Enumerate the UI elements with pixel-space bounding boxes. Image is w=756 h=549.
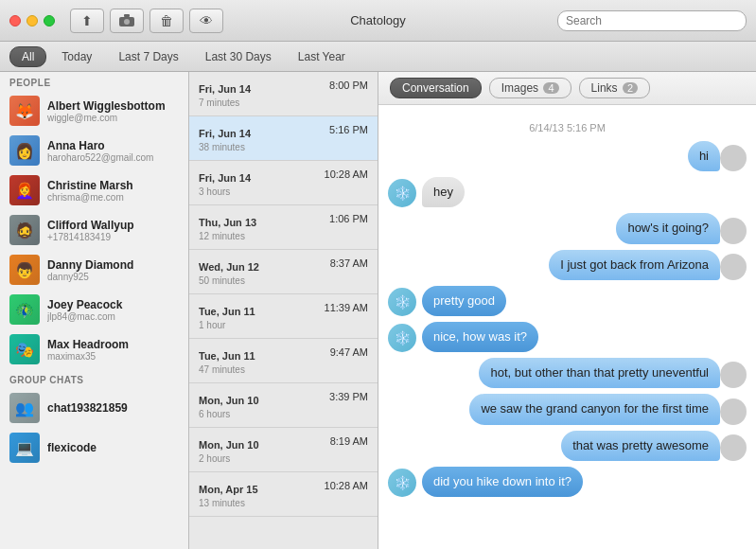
links-count: 2 bbox=[623, 82, 638, 94]
eye-button[interactable]: 👁 bbox=[189, 9, 223, 33]
bubble-hig: how's it going? bbox=[616, 213, 720, 243]
camera-icon bbox=[119, 14, 134, 27]
filter-all[interactable]: All bbox=[9, 46, 46, 67]
minimize-button[interactable] bbox=[26, 15, 38, 27]
conversation-tab[interactable]: Conversation bbox=[390, 78, 482, 98]
conversation-panel: Conversation Images 4 Links 2 6/14/13 5:… bbox=[378, 72, 756, 549]
conv-item-4[interactable]: Wed, Jun 12 8:37 AM 50 minutes bbox=[189, 250, 378, 294]
conv-date-2: Fri, Jun 14 bbox=[199, 172, 251, 184]
sidebar: PEOPLE 🦊 Albert Wigglesbottom wiggle@me.… bbox=[0, 72, 189, 549]
maximize-button[interactable] bbox=[44, 15, 55, 27]
bubble-hi: hi bbox=[688, 141, 720, 171]
message-row-prettygood: ❄️ pretty good bbox=[388, 286, 747, 316]
conv-time-9: 10:28 AM bbox=[325, 480, 368, 491]
conv-date-6: Tue, Jun 11 bbox=[199, 350, 255, 362]
avatar-placeholder-arizona bbox=[720, 254, 747, 280]
message-row-hike: ❄️ did you hike down into it? bbox=[388, 467, 747, 497]
contact-name-christine: Christine Marsh bbox=[47, 179, 179, 192]
conv-time-1: 5:16 PM bbox=[329, 124, 368, 135]
contact-name-danny: Danny Diamond bbox=[47, 258, 179, 272]
conv-item-5[interactable]: Tue, Jun 11 11:39 AM 1 hour bbox=[189, 294, 378, 339]
search-bar bbox=[557, 10, 747, 31]
conv-time-8: 8:19 AM bbox=[330, 435, 368, 447]
search-input[interactable] bbox=[557, 10, 747, 31]
filterbar: All Today Last 7 Days Last 30 Days Last … bbox=[0, 42, 756, 72]
conv-date-1: Fri, Jun 14 bbox=[199, 128, 251, 139]
conversation-header: Conversation Images 4 Links 2 bbox=[378, 72, 756, 105]
conv-item-8[interactable]: Mon, Jun 10 8:19 AM 2 hours bbox=[189, 428, 378, 472]
conv-date-5: Tue, Jun 11 bbox=[199, 306, 255, 317]
contact-name-albert: Albert Wigglesbottom bbox=[47, 99, 179, 113]
contact-albert[interactable]: 🦊 Albert Wigglesbottom wiggle@me.com bbox=[0, 91, 188, 131]
avatar-incoming-pg: ❄️ bbox=[388, 288, 416, 316]
filter-last30[interactable]: Last 30 Days bbox=[194, 47, 283, 66]
conv-duration-8: 2 hours bbox=[199, 453, 368, 464]
filter-lastyear[interactable]: Last Year bbox=[287, 47, 357, 66]
messages-area: 6/14/13 5:16 PM hi ❄️ hey how's it going… bbox=[378, 105, 756, 549]
conv-item-3[interactable]: Thu, Jun 13 1:06 PM 12 minutes bbox=[189, 205, 378, 250]
avatar-placeholder-awesome bbox=[720, 434, 747, 461]
avatar-placeholder-hot bbox=[720, 362, 747, 388]
conv-duration-3: 12 minutes bbox=[199, 231, 368, 241]
contact-christine[interactable]: 👩‍🦰 Christine Marsh chrisma@me.com bbox=[0, 170, 188, 210]
conv-time-4: 8:37 AM bbox=[330, 257, 368, 269]
share-button[interactable]: ⬆ bbox=[70, 9, 104, 33]
conv-duration-0: 7 minutes bbox=[199, 97, 368, 108]
avatar-group2: 💻 bbox=[9, 433, 40, 463]
contact-danny[interactable]: 👦 Danny Diamond danny925 bbox=[0, 250, 188, 290]
filter-last7[interactable]: Last 7 Days bbox=[107, 47, 189, 66]
conv-date-3: Thu, Jun 13 bbox=[199, 217, 256, 228]
close-button[interactable] bbox=[9, 15, 21, 27]
message-row-arizona: I just got back from Arizona bbox=[388, 250, 747, 280]
avatar-christine: 👩‍🦰 bbox=[9, 175, 40, 205]
conv-time-0: 8:00 PM bbox=[329, 80, 368, 91]
conv-item-6[interactable]: Tue, Jun 11 9:47 AM 47 minutes bbox=[189, 339, 378, 383]
contact-name-max: Max Headroom bbox=[47, 338, 179, 351]
conversation-list: Fri, Jun 14 8:00 PM 7 minutes Fri, Jun 1… bbox=[189, 72, 378, 549]
avatar-incoming-nh: ❄️ bbox=[388, 324, 416, 352]
message-row-hi: hi bbox=[388, 141, 747, 171]
bubble-grandcanyon: we saw the grand canyon for the first ti… bbox=[469, 394, 720, 424]
conv-item-0[interactable]: Fri, Jun 14 8:00 PM 7 minutes bbox=[189, 72, 378, 116]
bubble-hey: hey bbox=[422, 177, 465, 207]
contact-sub-joey: jlp84@mac.com bbox=[47, 311, 179, 322]
app-title: Chatology bbox=[350, 13, 406, 27]
filter-today[interactable]: Today bbox=[50, 47, 103, 66]
group-chat1[interactable]: 👥 chat193821859 bbox=[0, 388, 188, 428]
links-tab[interactable]: Links 2 bbox=[579, 78, 650, 98]
conv-date-4: Wed, Jun 12 bbox=[199, 261, 259, 273]
avatar-incoming-hey: ❄️ bbox=[388, 179, 416, 207]
message-row-awesome: that was pretty awesome bbox=[388, 431, 747, 461]
contact-sub-max: maximax35 bbox=[47, 351, 179, 362]
traffic-lights bbox=[9, 15, 55, 27]
conv-item-1[interactable]: Fri, Jun 14 5:16 PM 38 minutes bbox=[189, 116, 378, 161]
trash-button[interactable]: 🗑 bbox=[149, 9, 184, 33]
conv-item-7[interactable]: Mon, Jun 10 3:39 PM 6 hours bbox=[189, 383, 378, 428]
group-name-1: chat193821859 bbox=[47, 401, 179, 415]
conv-duration-6: 47 minutes bbox=[199, 364, 368, 375]
camera-button[interactable] bbox=[110, 9, 144, 33]
avatar-placeholder-gc bbox=[720, 398, 747, 425]
bubble-arizona: I just got back from Arizona bbox=[549, 250, 720, 280]
avatar-group1: 👥 bbox=[9, 393, 40, 423]
contact-clifford[interactable]: 🧔 Clifford Wallyup +17814183419 bbox=[0, 210, 188, 250]
conv-item-9[interactable]: Mon, Apr 15 10:28 AM 13 minutes bbox=[189, 472, 378, 517]
contact-sub-albert: wiggle@me.com bbox=[47, 113, 179, 123]
images-tab[interactable]: Images 4 bbox=[489, 78, 571, 98]
avatar-anna: 👩 bbox=[9, 135, 40, 166]
contact-sub-anna: haroharo522@gmail.com bbox=[47, 152, 179, 163]
conv-time-5: 11:39 AM bbox=[325, 302, 368, 313]
conv-time-6: 9:47 AM bbox=[330, 346, 368, 358]
conv-date-9: Mon, Apr 15 bbox=[199, 484, 258, 495]
bubble-prettygood: pretty good bbox=[422, 286, 506, 316]
contact-anna[interactable]: 👩 Anna Haro haroharo522@gmail.com bbox=[0, 131, 188, 170]
contact-sub-clifford: +17814183419 bbox=[47, 232, 179, 242]
bubble-awesome: that was pretty awesome bbox=[561, 431, 720, 461]
avatar-joey: 🦚 bbox=[9, 294, 40, 325]
message-row-hig: how's it going? bbox=[388, 213, 747, 243]
contact-joey[interactable]: 🦚 Joey Peacock jlp84@mac.com bbox=[0, 290, 188, 329]
conv-item-2[interactable]: Fri, Jun 14 10:28 AM 3 hours bbox=[189, 161, 378, 205]
conv-time-2: 10:28 AM bbox=[325, 168, 368, 180]
contact-max[interactable]: 🎭 Max Headroom maximax35 bbox=[0, 329, 188, 369]
group-chat2[interactable]: 💻 flexicode bbox=[0, 428, 188, 468]
